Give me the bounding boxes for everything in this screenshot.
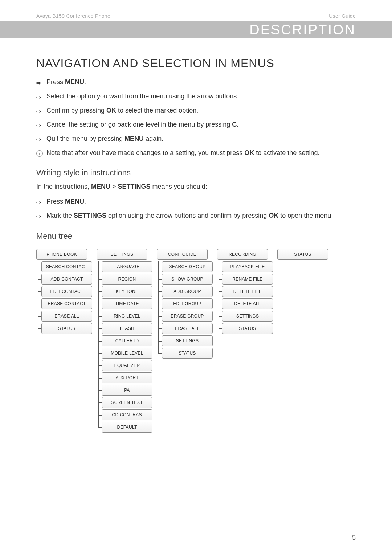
menu-item: RENAME FILE <box>222 274 273 285</box>
menu-item: DELETE ALL <box>222 298 273 309</box>
arrow-right-icon: ⇨ <box>36 120 46 130</box>
menu-item: AUX PORT <box>102 372 152 383</box>
arrow-right-icon: ⇨ <box>36 211 46 221</box>
step-item: ⇨ Press MENU. <box>36 77 356 88</box>
menu-item: PLAYBACK FILE <box>222 261 273 272</box>
menu-tree: PHONE BOOKSEARCH CONTACTADD CONTACTEDIT … <box>36 245 356 434</box>
step-text: Select the option you want from the menu… <box>46 91 356 101</box>
menu-head: CONF GUIDE <box>157 249 208 260</box>
menu-item-wrap: ADD CONTACT <box>41 274 92 285</box>
menu-item: EQUALIZER <box>102 360 152 371</box>
menu-item-wrap: STATUS <box>222 323 273 334</box>
menu-item: DELETE FILE <box>222 286 273 297</box>
page: Avaya B159 Conference Phone User Guide D… <box>0 0 392 556</box>
section-title: DESCRIPTION <box>249 22 356 38</box>
menu-item-wrap: LCD CONTRAST <box>102 409 152 420</box>
menu-item: SETTINGS <box>222 311 273 322</box>
menu-item-wrap: KEY TONE <box>102 286 152 297</box>
menu-item: FLASH <box>102 323 152 334</box>
menu-item: EDIT CONTACT <box>41 286 92 297</box>
menu-item: STATUS <box>162 348 213 359</box>
step-item: ⇨ Press MENU. <box>36 197 356 207</box>
menu-item-wrap: PA <box>102 385 152 396</box>
step-text: Confirm by pressing OK to select the mar… <box>46 106 356 115</box>
header-right: User Guide <box>329 13 356 19</box>
menu-item: LCD CONTRAST <box>102 409 152 420</box>
writing-style-heading: Writing style in instructions <box>36 168 356 177</box>
menu-tree-heading: Menu tree <box>36 232 356 241</box>
menu-subnodes: PLAYBACK FILERENAME FILEDELETE FILEDELET… <box>217 261 273 335</box>
menu-item-wrap: ERASE CONTACT <box>41 298 92 309</box>
menu-item: EDIT GROUP <box>162 298 213 309</box>
step-text: Press MENU. <box>46 77 356 87</box>
step-text: Mark the SETTINGS option using the arrow… <box>46 211 356 221</box>
page-number: 5 <box>352 534 356 541</box>
writing-style-para: In the instructions, MENU > SETTINGS mea… <box>36 182 356 192</box>
menu-item-wrap: STATUS <box>41 323 92 334</box>
menu-column: STATUS <box>277 249 328 434</box>
menu-item-wrap: SCREEN TEXT <box>102 397 152 408</box>
step-item: ⇨ Mark the SETTINGS option using the arr… <box>36 211 356 221</box>
menu-item-wrap: RENAME FILE <box>222 274 273 285</box>
arrow-right-icon: ⇨ <box>36 106 46 116</box>
step-item: ⇨ Confirm by pressing OK to select the m… <box>36 106 356 116</box>
menu-item: ERASE CONTACT <box>41 298 92 309</box>
writing-steps-list: ⇨ Press MENU. ⇨ Mark the SETTINGS option… <box>36 197 356 221</box>
menu-item: TIME DATE <box>102 298 152 309</box>
content: NAVIGATION AND SELECTION IN MENUS ⇨ Pres… <box>0 38 392 434</box>
menu-item-wrap: MOBILE LEVEL <box>102 348 152 359</box>
step-text: Cancel the setting or go back one level … <box>46 120 356 130</box>
menu-item: ERASE ALL <box>41 311 92 322</box>
step-item: ⇨ Cancel the setting or go back one leve… <box>36 120 356 130</box>
menu-item-wrap: SETTINGS <box>222 311 273 322</box>
menu-head: RECORDING <box>217 249 268 260</box>
menu-item-wrap: SHOW GROUP <box>162 274 213 285</box>
menu-column: PHONE BOOKSEARCH CONTACTADD CONTACTEDIT … <box>36 249 92 434</box>
menu-head: STATUS <box>277 249 328 260</box>
note-text: Note that after you have made changes to… <box>46 148 356 158</box>
menu-item: ADD GROUP <box>162 286 213 297</box>
menu-head: PHONE BOOK <box>36 249 87 260</box>
menu-item: KEY TONE <box>102 286 152 297</box>
menu-item: REGION <box>102 274 152 285</box>
note-item: i Note that after you have made changes … <box>36 148 356 158</box>
menu-item-wrap: PLAYBACK FILE <box>222 261 273 272</box>
menu-item: ADD CONTACT <box>41 274 92 285</box>
menu-item-wrap: RING LEVEL <box>102 311 152 322</box>
menu-item-wrap: SEARCH CONTACT <box>41 261 92 272</box>
menu-item: LANGUAGE <box>102 261 152 272</box>
menu-item-wrap: ADD GROUP <box>162 286 213 297</box>
menu-item-wrap: REGION <box>102 274 152 285</box>
running-header: Avaya B159 Conference Phone User Guide <box>0 0 392 21</box>
menu-item: CALLER ID <box>102 335 152 346</box>
menu-item: ERASE ALL <box>162 323 213 334</box>
menu-item: PA <box>102 385 152 396</box>
menu-item: SEARCH GROUP <box>162 261 213 272</box>
menu-item: RING LEVEL <box>102 311 152 322</box>
menu-item-wrap: ERASE ALL <box>41 311 92 322</box>
menu-item-wrap: TIME DATE <box>102 298 152 309</box>
menu-item: SCREEN TEXT <box>102 397 152 408</box>
menu-head: SETTINGS <box>97 249 147 260</box>
menu-item-wrap: ERASE GROUP <box>162 311 213 322</box>
menu-item-wrap: EDIT CONTACT <box>41 286 92 297</box>
menu-item-wrap: EQUALIZER <box>102 360 152 371</box>
menu-subnodes: SEARCH GROUPSHOW GROUPADD GROUPEDIT GROU… <box>157 261 213 360</box>
arrow-right-icon: ⇨ <box>36 91 46 102</box>
menu-item-wrap: DELETE FILE <box>222 286 273 297</box>
menu-item-wrap: CALLER ID <box>102 335 152 346</box>
menu-item-wrap: SEARCH GROUP <box>162 261 213 272</box>
menu-item: ERASE GROUP <box>162 311 213 322</box>
arrow-right-icon: ⇨ <box>36 197 46 207</box>
step-item: ⇨ Select the option you want from the me… <box>36 91 356 102</box>
menu-item-wrap: EDIT GROUP <box>162 298 213 309</box>
section-band: DESCRIPTION <box>0 21 392 38</box>
page-title: NAVIGATION AND SELECTION IN MENUS <box>36 57 356 70</box>
step-text: Press MENU. <box>46 197 356 207</box>
menu-item: STATUS <box>222 323 273 334</box>
steps-list: ⇨ Press MENU. ⇨ Select the option you wa… <box>36 77 356 158</box>
menu-item-wrap: ERASE ALL <box>162 323 213 334</box>
menu-item: SHOW GROUP <box>162 274 213 285</box>
info-icon: i <box>36 148 46 158</box>
menu-column: CONF GUIDESEARCH GROUPSHOW GROUPADD GROU… <box>157 249 213 434</box>
